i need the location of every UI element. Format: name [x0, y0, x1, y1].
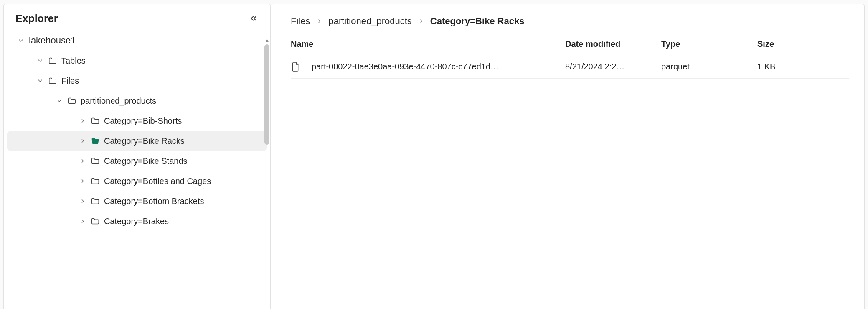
tree-node-label: lakehouse1 [29, 35, 267, 46]
tree-node-label: Tables [61, 56, 267, 66]
chevron-right-icon [79, 117, 86, 125]
chevron-right-icon [79, 177, 86, 185]
chevron-down-icon [56, 97, 63, 105]
file-name: part-00022-0ae3e0aa-093e-4470-807c-c77ed… [312, 62, 499, 72]
app-root: Explorer lakehouse1 [0, 0, 868, 309]
breadcrumb-item[interactable]: partitioned_products [328, 16, 411, 27]
tree-node-label: partitioned_products [81, 96, 267, 106]
tree-node-category-folder[interactable]: Category=Bottom Brackets [7, 192, 267, 211]
tree-node-label: Category=Bike Racks [104, 136, 267, 146]
table-header-row: Name Date modified Type Size [291, 39, 849, 55]
tree-node-label: Category=Bottom Brackets [104, 197, 267, 206]
tree-node-category-folder[interactable]: Category=Bottles and Cages [7, 171, 267, 191]
column-header-date[interactable]: Date modified [565, 39, 661, 49]
tree-node-category-folder[interactable]: Category=Bib-Shorts [7, 111, 267, 130]
folder-icon [91, 197, 100, 206]
tree-node-files[interactable]: Files [7, 71, 267, 90]
explorer-sidebar: Explorer lakehouse1 [3, 4, 271, 309]
column-header-type[interactable]: Type [661, 39, 757, 49]
breadcrumb: Files partitioned_products Category=Bike… [291, 16, 849, 27]
explorer-tree: lakehouse1 Tables Files [4, 30, 270, 309]
folder-icon [91, 116, 100, 125]
folder-icon [48, 56, 57, 65]
folder-icon [91, 176, 100, 186]
tree-node-category-folder[interactable]: Category=Brakes [7, 212, 267, 231]
tree-node-tables[interactable]: Tables [7, 51, 267, 70]
folder-open-icon [91, 136, 100, 146]
cell-name: part-00022-0ae3e0aa-093e-4470-807c-c77ed… [291, 61, 565, 72]
table-row[interactable]: part-00022-0ae3e0aa-093e-4470-807c-c77ed… [291, 55, 849, 79]
chevron-right-icon [418, 18, 424, 25]
cell-size: 1 KB [757, 62, 849, 72]
scrollbar-up-icon[interactable]: ▲ [264, 38, 269, 43]
chevron-right-icon [79, 137, 86, 145]
tree-node-category-folder[interactable]: Category=Bike Racks [7, 131, 267, 151]
tree-node-partitioned-products[interactable]: partitioned_products [7, 91, 267, 110]
tree-node-label: Category=Bottles and Cages [104, 176, 267, 186]
chevron-right-icon [79, 217, 86, 225]
tree-node-label: Category=Bike Stands [104, 156, 267, 166]
scrollbar[interactable]: ▲ [264, 38, 269, 306]
folder-icon [48, 76, 57, 85]
chevron-right-icon [316, 18, 322, 25]
collapse-sidebar-button[interactable] [247, 12, 260, 25]
sidebar-header: Explorer [4, 4, 270, 30]
breadcrumb-item-current: Category=Bike Racks [430, 16, 525, 27]
folder-icon [67, 96, 76, 105]
column-header-size[interactable]: Size [757, 39, 849, 49]
tree-node-category-folder[interactable]: Category=Bike Stands [7, 151, 267, 171]
chevron-down-icon [36, 77, 44, 84]
folder-icon [91, 156, 100, 166]
chevron-down-icon [36, 57, 44, 64]
chevron-right-icon [79, 197, 86, 205]
chevron-right-icon [79, 157, 86, 165]
file-table: Name Date modified Type Size part-00022-… [291, 39, 849, 79]
tree-node-label: Category=Brakes [104, 217, 267, 226]
tree-node-label: Files [61, 76, 267, 86]
cell-date: 8/21/2024 2:2… [565, 62, 661, 72]
tree-node-label: Category=Bib-Shorts [104, 116, 267, 126]
scrollbar-thumb[interactable] [264, 44, 269, 145]
chevron-down-icon [17, 37, 25, 44]
sidebar-title: Explorer [15, 13, 58, 25]
tree-node-lakehouse[interactable]: lakehouse1 [7, 31, 267, 50]
chevron-double-left-icon [249, 14, 258, 23]
column-header-name[interactable]: Name [291, 39, 565, 49]
file-icon [291, 61, 300, 72]
breadcrumb-item[interactable]: Files [291, 16, 310, 27]
folder-icon [91, 217, 100, 226]
main-panel: Files partitioned_products Category=Bike… [271, 4, 865, 309]
cell-type: parquet [661, 62, 757, 72]
